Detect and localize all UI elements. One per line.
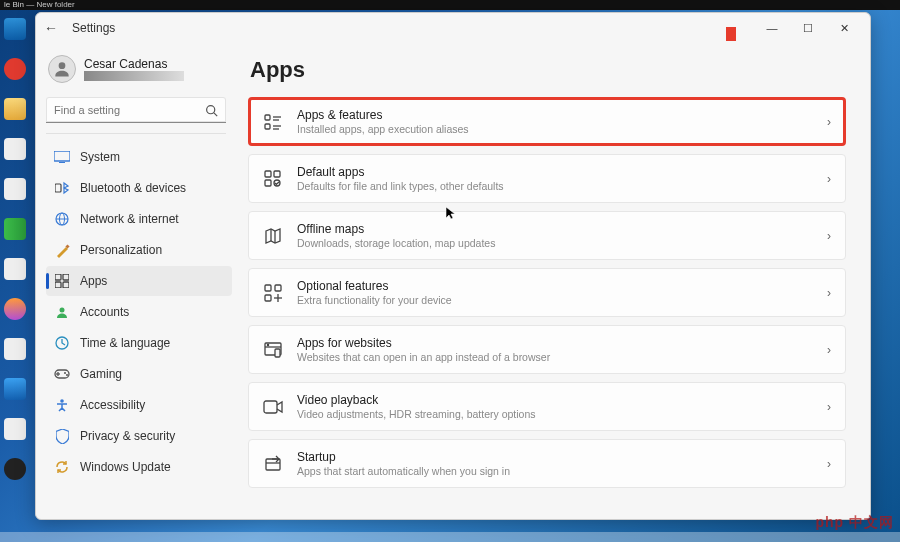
desktop-icon-generic[interactable]	[4, 138, 26, 160]
nav-item-bluetooth[interactable]: Bluetooth & devices	[46, 173, 232, 203]
personalization-icon	[54, 242, 70, 258]
svg-point-21	[60, 399, 64, 403]
svg-rect-22	[265, 115, 270, 120]
chevron-right-icon: ›	[827, 457, 831, 471]
desktop-icon-generic-4[interactable]	[4, 338, 26, 360]
card-description: Defaults for file and link types, other …	[297, 180, 504, 192]
card-description: Apps that start automatically when you s…	[297, 465, 510, 477]
nav-list: SystemBluetooth & devicesNetwork & inter…	[46, 142, 232, 482]
card-description: Websites that can open in an app instead…	[297, 351, 550, 363]
svg-rect-30	[265, 180, 271, 186]
maximize-button[interactable]: ☐	[790, 13, 826, 43]
card-title: Default apps	[297, 165, 504, 179]
nav-item-label: Privacy & security	[80, 429, 175, 443]
nav-item-apps[interactable]: Apps	[46, 266, 232, 296]
nav-item-time[interactable]: Time & language	[46, 328, 232, 358]
gaming-icon	[54, 366, 70, 382]
desktop-icon-generic-3[interactable]	[4, 258, 26, 280]
desktop-icon-red[interactable]	[4, 58, 26, 80]
svg-rect-43	[264, 401, 277, 413]
sidebar: Cesar Cadenas SystemBluetooth & devicesN…	[36, 43, 236, 519]
main-content: Apps Apps & featuresInstalled apps, app …	[236, 43, 870, 519]
default-apps-icon	[263, 169, 283, 189]
desktop-icon-blue[interactable]	[4, 378, 26, 400]
card-optional-features[interactable]: Optional featuresExtra functionality for…	[248, 268, 846, 317]
chevron-right-icon: ›	[827, 343, 831, 357]
desktop-icon-green[interactable]	[4, 218, 26, 240]
back-button[interactable]: ←	[44, 20, 60, 36]
nav-item-label: Apps	[80, 274, 107, 288]
desktop-icon-firefox[interactable]	[4, 298, 26, 320]
chevron-right-icon: ›	[827, 229, 831, 243]
nav-item-update[interactable]: Windows Update	[46, 452, 232, 482]
desktop-icon-generic-5[interactable]	[4, 418, 26, 440]
titlebar: ← Settings — ☐ ✕	[36, 13, 870, 43]
taskbar[interactable]	[0, 532, 900, 542]
svg-point-0	[59, 62, 66, 69]
card-title: Video playback	[297, 393, 536, 407]
card-title: Optional features	[297, 279, 452, 293]
apps-icon	[54, 273, 70, 289]
card-description: Installed apps, app execution aliases	[297, 123, 469, 135]
card-startup[interactable]: StartupApps that start automatically whe…	[248, 439, 846, 488]
bluetooth-icon	[54, 180, 70, 196]
nav-item-gaming[interactable]: Gaming	[46, 359, 232, 389]
nav-item-system[interactable]: System	[46, 142, 232, 172]
svg-rect-23	[265, 124, 270, 129]
desktop-icon-edge[interactable]	[4, 18, 26, 40]
desktop-icon-generic-2[interactable]	[4, 178, 26, 200]
nav-item-label: Bluetooth & devices	[80, 181, 186, 195]
nav-item-label: Accessibility	[80, 398, 145, 412]
app-title: Settings	[72, 21, 115, 35]
privacy-icon	[54, 428, 70, 444]
nav-item-label: Network & internet	[80, 212, 179, 226]
mouse-cursor-icon	[445, 206, 457, 223]
card-description: Video adjustments, HDR streaming, batter…	[297, 408, 536, 420]
nav-item-label: Accounts	[80, 305, 129, 319]
close-button[interactable]: ✕	[826, 13, 862, 43]
nav-item-label: Windows Update	[80, 460, 171, 474]
svg-rect-35	[275, 285, 281, 291]
card-offline-maps[interactable]: Offline mapsDownloads, storage location,…	[248, 211, 846, 260]
chevron-right-icon: ›	[827, 400, 831, 414]
startup-icon	[263, 454, 283, 474]
search-input[interactable]	[46, 97, 226, 123]
card-description: Extra functionality for your device	[297, 294, 452, 306]
svg-rect-3	[54, 151, 70, 161]
card-default-apps[interactable]: Default appsDefaults for file and link t…	[248, 154, 846, 203]
nav-item-accessibility[interactable]: Accessibility	[46, 390, 232, 420]
nav-item-network[interactable]: Network & internet	[46, 204, 232, 234]
nav-item-privacy[interactable]: Privacy & security	[46, 421, 232, 451]
chevron-right-icon: ›	[827, 115, 831, 129]
sidebar-divider	[46, 133, 226, 134]
desktop-icons-column	[0, 12, 30, 532]
offline-maps-icon	[263, 226, 283, 246]
svg-rect-12	[55, 282, 61, 288]
profile[interactable]: Cesar Cadenas	[46, 51, 232, 93]
time-icon	[54, 335, 70, 351]
card-description: Downloads, storage location, map updates	[297, 237, 495, 249]
svg-point-18	[66, 374, 68, 376]
chevron-right-icon: ›	[827, 286, 831, 300]
card-apps-websites[interactable]: Apps for websitesWebsites that can open …	[248, 325, 846, 374]
nav-item-label: Gaming	[80, 367, 122, 381]
nav-item-label: Time & language	[80, 336, 170, 350]
accessibility-icon	[54, 397, 70, 413]
svg-rect-36	[265, 295, 271, 301]
svg-rect-11	[63, 274, 69, 280]
desktop-icon-folder[interactable]	[4, 98, 26, 120]
desktop-icon-steam[interactable]	[4, 458, 26, 480]
red-annotation-block	[726, 27, 736, 41]
nav-item-personalization[interactable]: Personalization	[46, 235, 232, 265]
profile-name: Cesar Cadenas	[84, 57, 184, 71]
minimize-button[interactable]: —	[754, 13, 790, 43]
svg-point-41	[267, 344, 268, 345]
card-title: Startup	[297, 450, 510, 464]
nav-item-label: Personalization	[80, 243, 162, 257]
video-playback-icon	[263, 397, 283, 417]
card-apps-features[interactable]: Apps & featuresInstalled apps, app execu…	[248, 97, 846, 146]
nav-item-accounts[interactable]: Accounts	[46, 297, 232, 327]
svg-point-14	[60, 308, 65, 313]
svg-point-17	[64, 372, 66, 374]
card-video-playback[interactable]: Video playbackVideo adjustments, HDR str…	[248, 382, 846, 431]
